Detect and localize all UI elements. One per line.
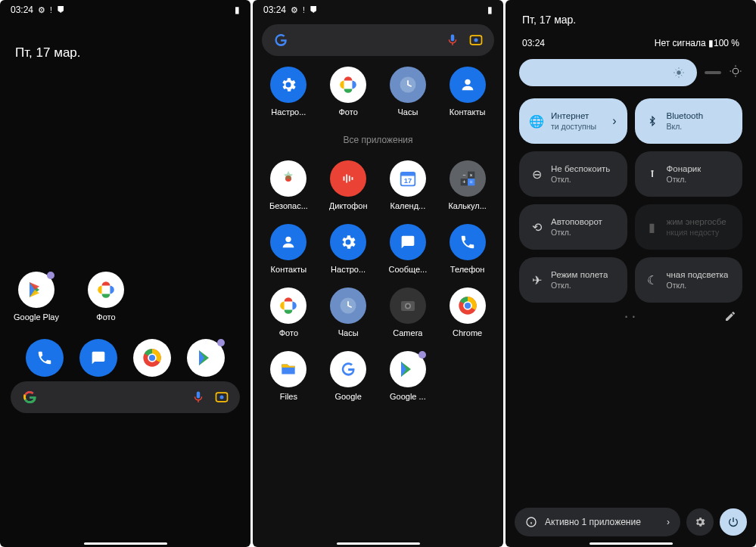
google-logo-icon [272, 32, 289, 48]
chrome-icon [457, 295, 478, 316]
chevron-right-icon: › [667, 517, 670, 527]
info-icon [525, 516, 537, 528]
power-icon [727, 516, 739, 528]
app-chrome[interactable]: Chrome [440, 287, 494, 337]
app-security[interactable]: Безопас... [262, 160, 316, 210]
dock-phone[interactable] [26, 339, 64, 377]
app-calculator[interactable]: −×+=Калькул... [440, 160, 494, 210]
qs-date: Пт, 17 мар. [506, 0, 756, 32]
battery-icon: ▮ [235, 5, 240, 15]
rotate-icon: ⟲ [530, 220, 543, 235]
mic-icon[interactable] [446, 33, 459, 47]
qs-footer: Активно 1 приложение › [515, 508, 747, 536]
settings-button[interactable] [686, 508, 714, 536]
dot-icon: ! [303, 6, 305, 14]
app-files[interactable]: Files [262, 351, 316, 401]
gear-icon: ⚙ [291, 5, 298, 15]
svg-point-25 [286, 237, 291, 242]
nav-handle[interactable] [337, 542, 420, 545]
notification-dot [47, 272, 54, 279]
clock-icon [397, 74, 418, 95]
app-settings-2[interactable]: Настро... [322, 224, 375, 274]
app-google[interactable]: Google [322, 351, 375, 401]
battery-icon: ▮ [487, 5, 493, 15]
svg-rect-13 [352, 177, 353, 180]
app-photos-2[interactable]: Фото [262, 287, 316, 337]
play-store-icon [197, 349, 215, 367]
active-apps-button[interactable]: Активно 1 приложение › [515, 508, 680, 536]
lens-icon[interactable] [468, 33, 484, 48]
app-phone[interactable]: Телефон [440, 224, 494, 274]
svg-rect-12 [349, 176, 350, 181]
app-photos[interactable]: Фото [322, 67, 375, 117]
photos-icon [278, 296, 298, 315]
power-button[interactable] [720, 508, 747, 536]
svg-text:17: 17 [404, 177, 412, 185]
mic-icon[interactable] [191, 390, 205, 404]
gear-icon [279, 76, 297, 94]
lens-icon[interactable] [214, 390, 229, 405]
app-camera[interactable]: Camera [381, 287, 435, 337]
home-date[interactable]: Пт, 17 мар. [0, 20, 250, 68]
drawer-search-bar[interactable] [262, 24, 494, 56]
battery-icon: ▮ [646, 220, 659, 235]
shield-icon: ⛊ [57, 5, 65, 14]
app-calendar[interactable]: 17Календ... [381, 160, 435, 210]
phone-icon [459, 234, 476, 250]
status-bar: 03:24 ⚙ ! ⛊ ▮ [0, 0, 250, 20]
qs-sub: 03:24 Нет сигнала ▮100 % [506, 32, 756, 59]
tile-battery-saver[interactable]: ▮ жим энергосбенкция недосту [635, 204, 743, 250]
dock-chrome[interactable] [133, 339, 171, 377]
brightness-slider[interactable] [519, 59, 697, 86]
phone-icon [36, 350, 53, 366]
play-store-icon [399, 360, 417, 378]
airplane-icon: ✈ [530, 273, 543, 287]
app-settings[interactable]: Настро... [262, 67, 316, 117]
tile-airplane[interactable]: ✈ Режим полетаОткл. [519, 257, 627, 303]
tile-dnd[interactable]: ⊖ Не беспокоитьОткл. [519, 151, 627, 197]
app-contacts[interactable]: Контакты [440, 67, 494, 117]
tile-autorotate[interactable]: ⟲ АвтоповоротОткл. [519, 204, 627, 250]
brightness-track [705, 71, 721, 74]
app-recorder[interactable]: Диктофон [322, 160, 375, 210]
messages-icon [400, 235, 415, 250]
brightness-icon [673, 67, 685, 79]
app-google-play-2[interactable]: Google ... [381, 351, 435, 401]
app-photos[interactable]: Фото [83, 272, 129, 322]
svg-rect-11 [346, 175, 347, 183]
auto-brightness-button[interactable] [729, 64, 742, 81]
app-clock[interactable]: Часы [381, 67, 435, 117]
calculator-icon: −×+= [457, 168, 478, 189]
dock-messages[interactable] [79, 339, 117, 377]
svg-point-34 [733, 68, 739, 74]
app-clock-2[interactable]: Часы [322, 287, 375, 337]
tile-flashlight[interactable]: ФонарикОткл. [635, 151, 743, 197]
dock-play-store[interactable] [187, 339, 225, 377]
tile-internet[interactable]: 🌐 Интернетти доступны › [519, 98, 627, 144]
brightness-row [506, 59, 756, 98]
clock-icon [338, 295, 359, 316]
search-bar[interactable] [11, 381, 240, 413]
tile-night-light[interactable]: ☾ чная подсветкаОткл. [635, 257, 743, 303]
drawer-grid: Настро... Фото Часы Контакты Все приложе… [253, 61, 503, 407]
nav-handle[interactable] [84, 542, 167, 545]
google-icon [339, 360, 357, 378]
dock [0, 339, 250, 377]
brightness-auto-icon [729, 64, 742, 78]
edit-tiles-button[interactable] [724, 310, 736, 324]
flashlight-icon [646, 169, 659, 179]
svg-point-4 [220, 396, 224, 399]
svg-text:−: − [462, 172, 465, 178]
app-contacts-2[interactable]: Контакты [262, 224, 316, 274]
svg-text:=: = [469, 179, 472, 185]
app-messages[interactable]: Сообще... [381, 224, 435, 274]
qs-page-dots: • • [506, 303, 756, 331]
app-google-play[interactable]: Google Play [14, 272, 59, 322]
status-bar: 03:24 ⚙ ! ⛊ ▮ [253, 0, 503, 20]
tile-bluetooth[interactable]: BluetoothВкл. [635, 98, 743, 144]
home-apps-row: Google Play Фото [0, 272, 250, 322]
svg-point-29 [406, 304, 409, 307]
nav-handle[interactable] [590, 542, 673, 545]
play-store-icon [27, 281, 45, 299]
dnd-icon: ⊖ [530, 167, 543, 182]
